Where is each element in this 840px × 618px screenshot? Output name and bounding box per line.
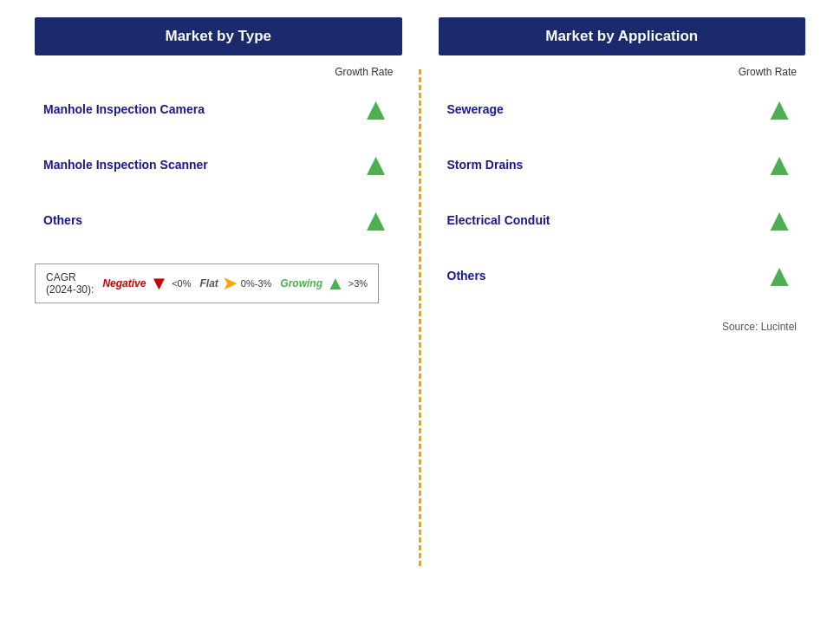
right-item-label-0: Sewerage [447, 102, 504, 116]
left-item-row-2: Others ▲ [35, 192, 402, 248]
negative-label: Negative [102, 277, 146, 289]
left-item-label-1: Manhole Inspection Scanner [43, 158, 208, 172]
left-item-label-2: Others [43, 213, 82, 227]
up-arrow-icon-2: ▲ [361, 205, 392, 236]
source-label: Source: Lucintel [439, 321, 806, 333]
negative-range: <0% [172, 278, 191, 289]
growing-range: >3% [348, 278, 368, 289]
left-panel-header: Market by Type [35, 17, 402, 55]
right-up-arrow-icon-0: ▲ [764, 94, 795, 125]
main-container: Market by Type Growth Rate Manhole Inspe… [0, 0, 840, 618]
legend-negative: Negative ▼ <0% [102, 274, 191, 293]
right-arrow-3: ▲ [762, 260, 805, 291]
left-arrow-2: ▲ [359, 205, 402, 236]
flat-range: 0%-3% [241, 278, 271, 289]
right-arrow-0: ▲ [762, 94, 805, 125]
right-arrow-1: ▲ [762, 149, 805, 180]
right-panel-title: Market by Application [545, 28, 698, 44]
up-arrow-icon-0: ▲ [361, 94, 392, 125]
right-growth-rate-label: Growth Rate [439, 66, 806, 78]
right-arrow-2: ▲ [762, 205, 805, 236]
left-growth-rate-label: Growth Rate [35, 66, 402, 78]
right-item-label-1: Storm Drains [447, 158, 524, 172]
flat-label: Flat [200, 277, 218, 289]
right-up-arrow-icon-3: ▲ [764, 260, 795, 291]
down-arrow-icon: ▼ [149, 274, 168, 293]
right-up-arrow-icon-2: ▲ [764, 205, 795, 236]
legend-up-arrow-icon: ▲ [326, 274, 345, 293]
left-panel: Market by Type Growth Rate Manhole Inspe… [26, 17, 420, 601]
right-item-row-1: Storm Drains ▲ [439, 137, 806, 192]
left-item-row-1: Manhole Inspection Scanner ▲ [35, 137, 402, 192]
right-panel: Market by Application Growth Rate Sewera… [421, 17, 815, 601]
left-item-label-0: Manhole Inspection Camera [43, 102, 205, 116]
legend-cagr-label: CAGR(2024-30): [46, 271, 94, 296]
right-item-label-3: Others [447, 269, 486, 283]
left-arrow-0: ▲ [359, 94, 402, 125]
right-item-label-2: Electrical Conduit [447, 213, 550, 227]
legend-growing: Growing ▲ >3% [280, 274, 368, 293]
right-item-row-0: Sewerage ▲ [439, 81, 806, 137]
up-arrow-icon-1: ▲ [361, 149, 392, 180]
left-item-row-0: Manhole Inspection Camera ▲ [35, 81, 402, 137]
right-arrow-icon: ➤ [222, 274, 238, 293]
right-up-arrow-icon-1: ▲ [764, 149, 795, 180]
left-panel-title: Market by Type [165, 28, 271, 44]
right-item-row-2: Electrical Conduit ▲ [439, 192, 806, 248]
legend-flat: Flat ➤ 0%-3% [200, 274, 272, 293]
right-panel-header: Market by Application [439, 17, 806, 55]
left-arrow-1: ▲ [359, 149, 402, 180]
growing-label: Growing [280, 277, 322, 289]
right-item-row-3: Others ▲ [439, 248, 806, 303]
legend-box: CAGR(2024-30): Negative ▼ <0% Flat ➤ 0%-… [35, 263, 379, 303]
